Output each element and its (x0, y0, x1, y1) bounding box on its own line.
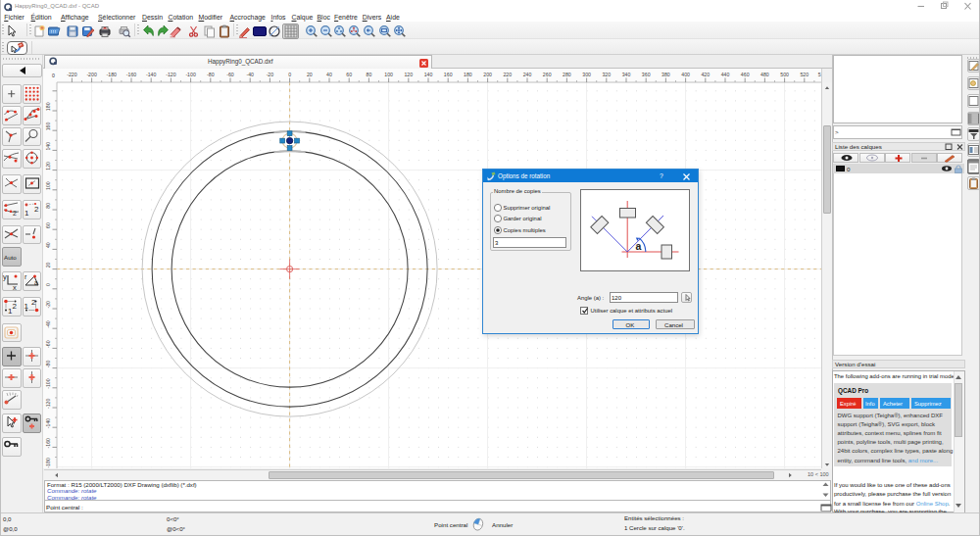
svg-text:340: 340 (622, 72, 631, 77)
svg-text:2: 2 (13, 302, 18, 311)
svg-text:60: 60 (346, 72, 352, 77)
svg-text:200: 200 (483, 72, 492, 77)
svg-text:180: 180 (464, 72, 472, 77)
svg-text:-20: -20 (45, 301, 51, 309)
svg-text:-100: -100 (185, 72, 195, 77)
svg-text:220: 220 (503, 72, 512, 77)
svg-text:500: 500 (780, 72, 789, 77)
svg-text:520: 520 (800, 72, 808, 77)
svg-text:a: a (636, 240, 642, 252)
svg-text:440: 440 (721, 72, 730, 77)
svg-text:260: 260 (543, 72, 552, 77)
svg-text:-120: -120 (166, 72, 175, 77)
svg-text:160: 160 (444, 72, 453, 77)
svg-text:140: 140 (424, 72, 433, 77)
svg-text:-60: -60 (226, 72, 234, 77)
svg-text:380: 380 (662, 72, 670, 77)
svg-text:180: 180 (45, 102, 51, 111)
svg-text:20: 20 (307, 72, 313, 77)
svg-text:-160: -160 (45, 438, 51, 448)
svg-text:-40: -40 (45, 320, 51, 328)
svg-text:0: 0 (288, 72, 291, 77)
svg-text:460: 460 (741, 72, 750, 77)
svg-text:0: 0 (45, 283, 51, 286)
svg-text:60: 60 (45, 222, 51, 228)
svg-text:80: 80 (367, 72, 372, 77)
svg-text:-180: -180 (45, 458, 51, 467)
svg-text:20: 20 (45, 262, 51, 268)
svg-text:320: 320 (602, 72, 611, 77)
svg-text:2: 2 (34, 205, 39, 214)
svg-text:40: 40 (45, 242, 51, 248)
svg-text:-80: -80 (207, 72, 215, 77)
svg-text:-200: -200 (86, 72, 96, 77)
svg-text:300: 300 (582, 72, 591, 77)
svg-text:-20: -20 (267, 72, 274, 77)
svg-text:1: 1 (24, 302, 28, 311)
svg-text:140: 140 (45, 142, 51, 151)
svg-text:480: 480 (760, 72, 769, 77)
svg-text:280: 280 (563, 72, 571, 77)
svg-text:1: 1 (24, 209, 29, 218)
svg-text:160: 160 (45, 122, 51, 131)
svg-text:-40: -40 (246, 72, 254, 77)
svg-text:-140: -140 (45, 418, 51, 428)
svg-text:-180: -180 (107, 72, 117, 77)
svg-text:2: 2 (31, 298, 36, 307)
svg-text:120: 120 (45, 162, 51, 171)
svg-text:360: 360 (642, 72, 651, 77)
svg-text:-100: -100 (45, 378, 51, 388)
svg-text:100: 100 (45, 181, 51, 190)
svg-text:2: 2 (13, 210, 17, 217)
svg-text:r: r (24, 273, 27, 280)
svg-text:0: 0 (52, 73, 55, 78)
svg-text:80: 80 (45, 203, 51, 209)
svg-text:-140: -140 (146, 72, 156, 77)
svg-text:-220: -220 (67, 72, 76, 77)
svg-text:100: 100 (384, 72, 393, 77)
svg-text:-60: -60 (45, 340, 51, 348)
svg-text:-160: -160 (126, 72, 136, 77)
svg-text:-80: -80 (45, 361, 51, 368)
svg-text:400: 400 (681, 72, 690, 77)
svg-text:-120: -120 (45, 398, 51, 408)
svg-text:y: y (3, 272, 7, 281)
svg-text:120: 120 (404, 72, 413, 77)
svg-text:420: 420 (701, 72, 710, 77)
svg-text:x: x (13, 283, 17, 291)
svg-text:40: 40 (326, 72, 332, 77)
svg-text:a: a (34, 279, 38, 286)
svg-text:240: 240 (523, 72, 532, 77)
